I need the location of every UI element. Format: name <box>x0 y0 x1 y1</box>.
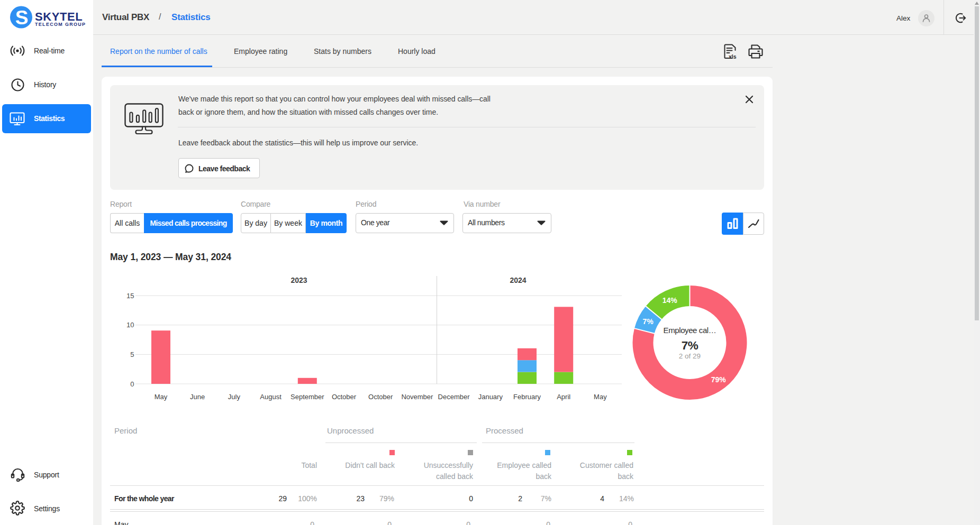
svg-text:15: 15 <box>126 292 134 300</box>
svg-text:2023: 2023 <box>291 276 307 284</box>
svg-text:September: September <box>291 393 324 401</box>
svg-text:June: June <box>190 393 205 401</box>
svg-text:7%: 7% <box>642 317 654 326</box>
svg-text:October: October <box>332 393 357 401</box>
svg-text:August: August <box>260 393 282 401</box>
svg-text:2 of 29: 2 of 29 <box>679 352 701 360</box>
svg-text:October: October <box>368 393 393 401</box>
svg-text:December: December <box>438 393 470 401</box>
svg-text:July: July <box>228 393 241 401</box>
svg-text:2024: 2024 <box>510 276 526 284</box>
svg-text:April: April <box>557 393 570 401</box>
svg-text:February: February <box>513 393 541 401</box>
svg-text:14%: 14% <box>663 296 678 305</box>
svg-text:79%: 79% <box>711 375 727 384</box>
svg-text:Employee cal…: Employee cal… <box>664 326 716 335</box>
svg-text:xls: xls <box>729 53 737 60</box>
svg-text:7%: 7% <box>682 339 698 352</box>
svg-text:May: May <box>155 393 168 401</box>
svg-text:January: January <box>478 393 503 401</box>
svg-text:5: 5 <box>130 351 134 358</box>
svg-text:TELECOM GROUP: TELECOM GROUP <box>35 22 86 27</box>
svg-text:S: S <box>15 7 29 29</box>
svg-text:10: 10 <box>126 321 134 329</box>
svg-text:November: November <box>401 393 433 401</box>
svg-text:0: 0 <box>130 380 134 388</box>
svg-text:May: May <box>594 393 607 401</box>
